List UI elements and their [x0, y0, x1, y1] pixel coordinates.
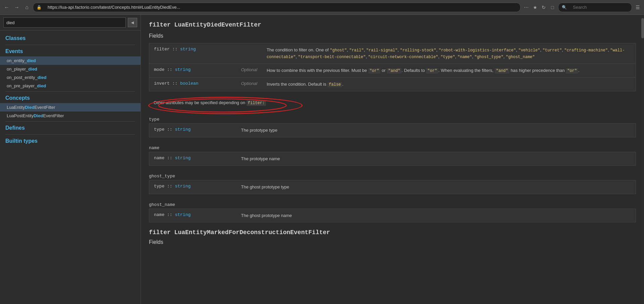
sidebar-section-concepts[interactable]: Concepts: [0, 93, 141, 103]
home-button[interactable]: ⌂: [23, 3, 31, 11]
sidebar-item-on-entity-died[interactable]: on_entity_died: [0, 56, 141, 65]
ghost-type-fields-table: type :: string The ghost prototype type: [149, 180, 636, 194]
field-desc-ghost-type: The ghost prototype type: [236, 180, 636, 194]
sidebar-item-on-pre-player-died[interactable]: on_pre_player_died: [0, 82, 141, 90]
field-name-mode: mode :: string: [149, 64, 236, 78]
field-desc-invert: Inverts the condition. Default is false.: [262, 78, 636, 91]
content-area: filter LuaEntityDiedEventFilter Fields f…: [141, 15, 644, 304]
table-row-ghost-type: type :: string The ghost prototype type: [149, 180, 636, 194]
table-row-ghost-name: name :: string The ghost prototype name: [149, 209, 636, 222]
fields-heading: Fields: [149, 33, 636, 39]
sidebar-search-row: ◄: [0, 15, 141, 31]
field-desc-type: The prototype type: [236, 124, 636, 137]
sidebar-content: Classes Events on_entity_died on_player_…: [0, 31, 141, 304]
field-optional-mode: Optional: [236, 64, 262, 78]
field-name-type: type :: string: [149, 124, 236, 137]
field-name-ghost-name: name :: string: [149, 209, 236, 222]
subsection-type-label: type: [149, 114, 636, 123]
type-fields-table: type :: string The prototype type: [149, 123, 636, 137]
field-name-ghost-type: type :: string: [149, 180, 236, 194]
search-icon: 🔍: [562, 5, 567, 10]
subsection-ghost-type-label: ghost_type: [149, 171, 636, 180]
sidebar-section-classes[interactable]: Classes: [0, 33, 141, 43]
ghost-name-fields-table: name :: string The ghost prototype name: [149, 209, 636, 223]
divider-events: [5, 91, 135, 92]
sidebar-collapse-button[interactable]: ◄: [128, 18, 137, 27]
tab-icon[interactable]: □: [549, 4, 556, 11]
bookmark-icon[interactable]: ★: [531, 4, 539, 11]
refresh-icon[interactable]: ↻: [540, 4, 547, 11]
field-desc-name: The prototype name: [236, 152, 636, 166]
field-name-filter: filter :: string: [149, 43, 236, 64]
divider-concepts: [5, 121, 135, 122]
table-row-name: name :: string The prototype name: [149, 152, 636, 166]
scrollbar-thumb[interactable]: [641, 18, 644, 38]
sidebar: ◄ Classes Events on_entity_died on_playe…: [0, 15, 141, 304]
scrollbar-track: [641, 15, 644, 304]
subsection-name-label: name: [149, 143, 636, 152]
sidebar-item-on-player-died[interactable]: on_player_died: [0, 65, 141, 73]
main-layout: ◄ Classes Events on_entity_died on_playe…: [0, 15, 644, 304]
table-row-invert: invert :: boolean Optional Inverts the c…: [149, 78, 636, 91]
name-fields-table: name :: string The prototype name: [149, 152, 636, 166]
divider-defines: [5, 134, 135, 135]
sidebar-section-builtin[interactable]: Builtin types: [0, 136, 141, 146]
filter-header: filter LuaEntityDiedEventFilter: [149, 21, 636, 28]
table-row-filter: filter :: string The condition to filter…: [149, 43, 636, 64]
sidebar-item-lua-post-entity-died-filter[interactable]: LuaPostEntityDiedEventFilter: [0, 112, 141, 120]
sidebar-section-defines[interactable]: Defines: [0, 123, 141, 133]
other-attrs-text: Other attributes may be specified depend…: [154, 100, 247, 105]
other-attrs-highlight: Other attributes may be specified depend…: [154, 100, 266, 105]
sidebar-item-lua-entity-died-filter[interactable]: LuaEntityDiedEventFilter: [0, 103, 141, 112]
field-desc-filter: The condition to filter on. One of "ghos…: [262, 43, 636, 64]
subsection-ghost-name-label: ghost_name: [149, 200, 636, 209]
menu-icon[interactable]: ☰: [634, 4, 641, 11]
sidebar-item-on-post-entity-died[interactable]: on_post_entity_died: [0, 73, 141, 82]
table-row-mode: mode :: string Optional How to combine t…: [149, 64, 636, 78]
red-circle-annotation: [148, 97, 303, 114]
fields-table: filter :: string The condition to filter…: [149, 43, 636, 91]
field-optional-filter: [236, 43, 262, 64]
field-optional-invert: Optional: [236, 78, 262, 91]
other-attrs-code: filter:: [247, 100, 266, 106]
browser-toolbar-right: ☰: [634, 4, 641, 11]
extensions-icon[interactable]: ⋯: [523, 4, 530, 11]
forward-button[interactable]: →: [13, 3, 21, 11]
browser-chrome: ← → ⌂ 🔒 ⋯ ★ ↻ □ 🔍 ☰: [0, 0, 644, 15]
field-desc-ghost-name: The ghost prototype name: [236, 209, 636, 222]
field-desc-mode: How to combine this with the previous fi…: [262, 64, 636, 78]
address-bar[interactable]: [44, 3, 517, 12]
browser-search-input[interactable]: [569, 3, 633, 12]
table-row-type: type :: string The prototype type: [149, 124, 636, 137]
field-name-invert: invert :: boolean: [149, 78, 236, 91]
toolbar-icons: ⋯ ★ ↻ □: [523, 4, 556, 11]
back-button[interactable]: ←: [3, 3, 11, 11]
next-filter-header: filter LuaEntityMarkedForDeconstructionE…: [149, 229, 636, 236]
other-attrs-row: Other attributes may be specified depend…: [149, 97, 636, 109]
sidebar-section-events[interactable]: Events: [0, 46, 141, 56]
next-fields-heading: Fields: [149, 239, 636, 245]
sidebar-search-input[interactable]: [3, 17, 126, 28]
field-name-name: name :: string: [149, 152, 236, 166]
divider-classes: [5, 45, 135, 45]
lock-icon: 🔒: [37, 5, 42, 10]
